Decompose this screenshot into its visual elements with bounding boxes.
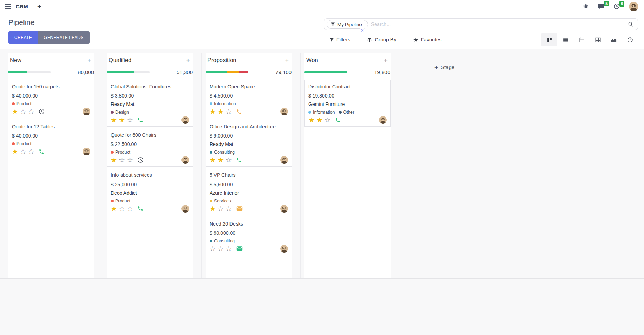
kanban-card[interactable]: Need 20 Desks$ 60,000.00Consulting☆☆☆ [206,217,292,255]
create-button[interactable]: CREATE [8,31,38,44]
activity-phone-icon[interactable] [137,117,143,123]
star-empty-icon[interactable]: ☆ [218,245,224,253]
view-calendar-button[interactable] [574,33,590,46]
messages-icon[interactable]: 5 [598,3,604,10]
star-filled-icon[interactable]: ★ [308,116,315,124]
quick-add-icon[interactable]: + [185,57,191,63]
kanban-card[interactable]: Global Solutions: Furnitures$ 3,800.00Re… [107,80,193,127]
star-empty-icon[interactable]: ☆ [20,148,26,155]
star-empty-icon[interactable]: ☆ [226,205,232,213]
star-empty-icon[interactable]: ☆ [127,116,133,124]
star-filled-icon[interactable]: ★ [12,108,18,115]
star-empty-icon[interactable]: ☆ [127,156,133,164]
progress-segment[interactable] [8,71,27,73]
app-name[interactable]: CRM [16,4,28,9]
view-graph-button[interactable] [606,33,622,46]
salesperson-avatar [280,205,288,213]
salesperson-avatar [280,245,288,253]
activity-phone-icon[interactable] [39,149,44,155]
progress-segment[interactable] [304,71,347,73]
activity-view-icon [627,37,633,43]
activity-clock-icon[interactable] [39,108,45,115]
progress-segment[interactable] [107,71,134,73]
view-list-button[interactable] [557,33,574,46]
star-filled-icon[interactable]: ★ [210,205,216,213]
activity-clock-icon[interactable] [137,157,144,163]
activity-phone-icon[interactable] [236,157,242,163]
kanban-card[interactable]: Quote for 150 carpets$ 40,000.00Product★… [8,80,94,118]
star-empty-icon[interactable]: ☆ [119,205,125,213]
card-tag: Services [210,199,231,203]
star-empty-icon[interactable]: ☆ [28,108,34,115]
star-empty-icon[interactable]: ☆ [119,156,125,164]
star-empty-icon[interactable]: ☆ [226,156,232,164]
card-tags: Product [12,101,90,106]
column-progress-row: 79,100 [206,69,292,75]
debug-bug-icon[interactable] [583,4,589,9]
favorites-button[interactable]: Favorites [413,35,442,45]
star-empty-icon[interactable]: ☆ [210,245,216,253]
card-amount: $ 40,000.00 [12,133,90,139]
card-footer: ☆☆☆ [210,245,288,253]
star-empty-icon[interactable]: ☆ [226,108,232,115]
filters-button[interactable]: Filters [329,35,350,45]
card-title: Quote for 12 Tables [12,123,90,130]
view-kanban-button[interactable] [541,33,557,46]
group-by-button[interactable]: Group By [367,35,396,45]
star-empty-icon[interactable]: ☆ [218,205,224,213]
search-facet-my-pipeline[interactable]: My Pipeline [327,20,368,29]
star-filled-icon[interactable]: ★ [210,108,216,115]
activity-phone-icon[interactable] [236,109,242,115]
star-filled-icon[interactable]: ★ [218,156,224,164]
star-empty-icon[interactable]: ☆ [20,108,26,115]
activities-clock-icon[interactable]: 6 [614,3,620,9]
progress-segment[interactable] [239,71,248,73]
salesperson-avatar [280,156,288,164]
star-filled-icon[interactable]: ★ [111,156,117,164]
progress-segment[interactable] [206,71,227,73]
kanban-card[interactable]: Office Design and Architecture$ 9,000.00… [206,120,292,167]
kanban-card[interactable]: 5 VP Chairs$ 5,600.00Azure InteriorServi… [206,168,292,215]
quick-add-icon[interactable]: + [284,57,290,63]
navbar-plus-icon[interactable]: + [37,3,41,10]
kanban-cards: Distributor Contract$ 19,800.00Gemini Fu… [304,80,391,127]
activity-mail-icon[interactable] [236,206,243,212]
column-title: Qualified [109,57,131,63]
star-filled-icon[interactable]: ★ [111,116,117,124]
card-amount: $ 22,500.00 [111,141,189,147]
generate-leads-button[interactable]: GENERATE LEADS [38,31,89,44]
kanban-card[interactable]: Quote for 12 Tables$ 40,000.00Product★☆☆ [8,120,94,158]
user-avatar[interactable] [629,2,638,11]
search-bar[interactable]: My Pipeline × [324,18,638,30]
view-activity-button[interactable] [622,33,638,46]
star-empty-icon[interactable]: ☆ [127,205,133,213]
apps-menu-icon[interactable] [5,3,11,10]
kanban-card[interactable]: Distributor Contract$ 19,800.00Gemini Fu… [304,80,391,127]
facet-label: My Pipeline [337,22,362,27]
star-filled-icon[interactable]: ★ [111,205,117,213]
star-empty-icon[interactable]: ☆ [226,245,232,253]
star-empty-icon[interactable]: ☆ [324,116,331,124]
activity-phone-icon[interactable] [335,117,341,123]
star-filled-icon[interactable]: ★ [119,116,125,124]
star-filled-icon[interactable]: ★ [12,148,18,155]
search-input[interactable] [371,21,628,27]
activity-mail-icon[interactable] [236,246,243,252]
facet-remove-icon[interactable]: × [360,28,364,33]
card-tag: Product [111,150,130,155]
search-icon[interactable] [628,21,633,27]
star-filled-icon[interactable]: ★ [210,156,216,164]
kanban-card[interactable]: Info about services$ 25,000.00Deco Addic… [107,168,193,215]
star-empty-icon[interactable]: ☆ [28,148,34,155]
add-stage-button[interactable]: + Stage [434,64,454,70]
kanban-card[interactable]: Quote for 600 Chairs$ 22,500.00Product★☆… [107,128,193,167]
progress-segment[interactable] [227,71,239,73]
star-filled-icon[interactable]: ★ [218,108,224,115]
view-pivot-button[interactable] [590,33,606,46]
kanban-card[interactable]: Modern Open Space$ 4,500.00Information★★… [206,80,292,118]
star-filled-icon[interactable]: ★ [316,116,323,124]
salesperson-avatar [379,116,387,124]
activity-phone-icon[interactable] [137,206,143,212]
quick-add-icon[interactable]: + [383,57,389,63]
quick-add-icon[interactable]: + [86,57,92,63]
